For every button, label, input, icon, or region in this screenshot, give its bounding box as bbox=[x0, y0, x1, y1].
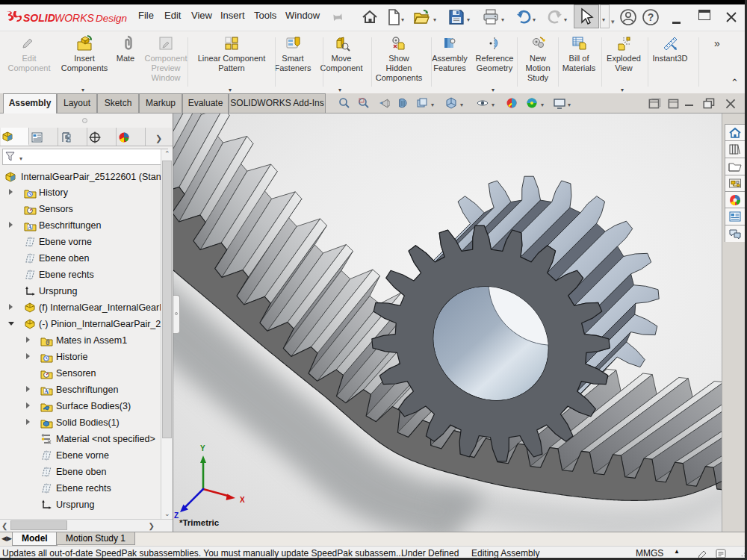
svg-text:Y: Y bbox=[200, 444, 205, 452]
svg-text:X: X bbox=[240, 496, 245, 504]
svg-text:SOLID: SOLID bbox=[23, 12, 55, 24]
svg-text:Z: Z bbox=[174, 511, 179, 520]
svg-text:Design: Design bbox=[96, 13, 127, 24]
svg-text:WORKS: WORKS bbox=[55, 12, 95, 24]
svg-text:*Trimetric: *Trimetric bbox=[179, 518, 220, 527]
svg-text:?: ? bbox=[648, 11, 654, 23]
svg-text:A: A bbox=[44, 388, 49, 395]
svg-text:A: A bbox=[28, 224, 32, 231]
